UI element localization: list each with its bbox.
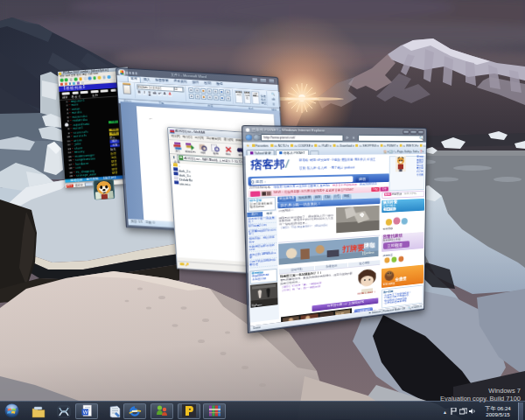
svg-text:MyFone: MyFone [252,303,262,307]
svg-text:W: W [82,410,88,415]
svg-text:牌咖: 牌咖 [363,242,375,249]
